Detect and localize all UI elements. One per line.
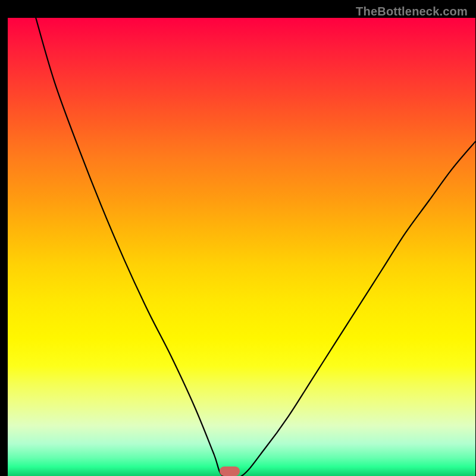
optimal-point-marker — [220, 466, 240, 476]
plot-area — [8, 18, 475, 476]
curve-path — [36, 18, 475, 476]
bottleneck-curve — [8, 18, 475, 476]
watermark-text: TheBottleneck.com — [356, 5, 468, 18]
chart-frame: TheBottleneck.com — [4, 4, 472, 472]
